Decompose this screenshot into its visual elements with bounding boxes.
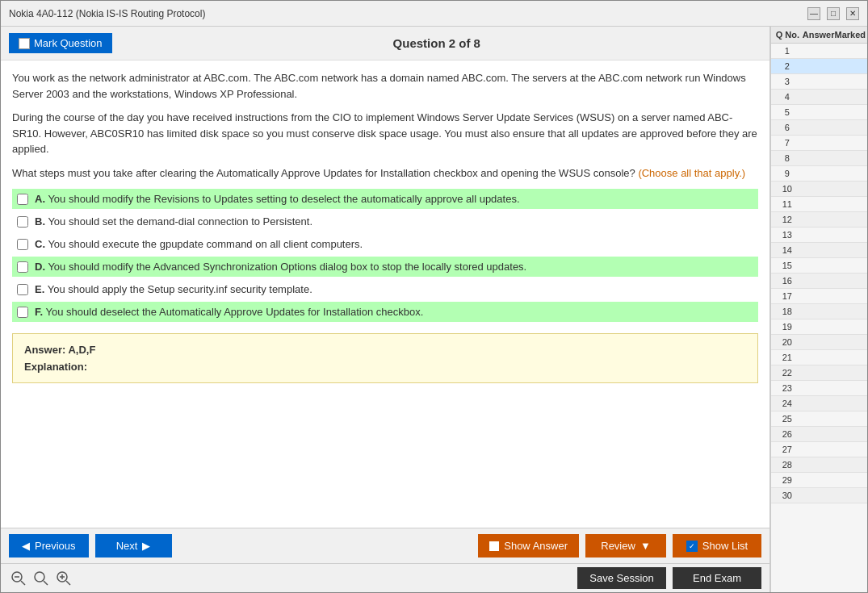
minimize-button[interactable]: —	[807, 7, 820, 20]
sidebar-row[interactable]: 15	[771, 258, 867, 274]
maximize-button[interactable]: □	[827, 7, 840, 20]
option-checkbox-f[interactable]	[17, 307, 28, 318]
sidebar-cell-marked	[835, 381, 867, 395]
app-window: Nokia 4A0-112 (Nokia IS-IS Routing Proto…	[0, 0, 868, 593]
question-instruction: (Choose all that apply.)	[638, 167, 745, 179]
sidebar-row[interactable]: 26	[771, 427, 867, 442]
option-checkbox-c[interactable]	[17, 239, 28, 250]
title-bar-controls: — □ ✕	[807, 7, 859, 20]
option-checkbox-e[interactable]	[17, 284, 28, 295]
options-list: A. You should modify the Revisions to Up…	[12, 189, 758, 322]
sidebar-row[interactable]: 20	[771, 335, 867, 350]
sidebar-row[interactable]: 17	[771, 289, 867, 304]
option-item-b[interactable]: B. You should set the demand-dial connec…	[12, 211, 758, 232]
sidebar-cell-marked	[835, 289, 867, 303]
svg-point-3	[35, 572, 44, 582]
sidebar-cell-marked	[835, 335, 867, 349]
svg-line-4	[44, 581, 48, 585]
sidebar-row[interactable]: 4	[771, 90, 867, 105]
sidebar-row[interactable]: 6	[771, 120, 867, 136]
left-panel: Mark Question Question 2 of 8 You work a…	[1, 27, 770, 592]
toolbar: Mark Question Question 2 of 8	[1, 27, 769, 61]
option-item-e[interactable]: E. You should apply the Setup security.i…	[12, 279, 758, 299]
sidebar-cell-qno: 11	[771, 197, 803, 211]
sidebar-row[interactable]: 18	[771, 304, 867, 319]
show-answer-button[interactable]: Show Answer	[478, 534, 579, 558]
sidebar-row[interactable]: 14	[771, 243, 867, 258]
sidebar-header-marked: Marked	[834, 30, 866, 40]
sidebar-row[interactable]: 16	[771, 274, 867, 289]
sidebar-cell-marked	[835, 74, 867, 89]
sidebar-cell-qno: 20	[771, 335, 803, 349]
sidebar-row[interactable]: 27	[771, 442, 867, 457]
review-button[interactable]: Review ▼	[585, 534, 666, 558]
sidebar-row[interactable]: 3	[771, 74, 867, 90]
save-session-button[interactable]: Save Session	[577, 567, 666, 589]
sidebar-row[interactable]: 1	[771, 44, 867, 59]
sidebar-cell-qno: 4	[771, 90, 803, 104]
sidebar-row[interactable]: 19	[771, 319, 867, 335]
sidebar-cell-marked	[835, 197, 867, 211]
option-item-a[interactable]: A. You should modify the Revisions to Up…	[12, 189, 758, 209]
option-label-a: A. You should modify the Revisions to Up…	[35, 193, 520, 205]
sidebar-cell-qno: 24	[771, 396, 803, 411]
explanation-label: Explanation:	[24, 361, 746, 373]
zoom-reset-button[interactable]	[31, 569, 51, 588]
option-item-f[interactable]: F. You should deselect the Automatically…	[12, 302, 758, 322]
sidebar-cell-qno: 21	[771, 350, 803, 365]
sidebar-cell-answer	[803, 44, 836, 58]
status-bar: Save Session End Exam	[1, 563, 769, 592]
show-answer-icon	[489, 541, 499, 551]
sidebar-cell-answer	[803, 381, 836, 395]
mark-question-button[interactable]: Mark Question	[9, 33, 112, 53]
sidebar-cell-qno: 28	[771, 457, 803, 472]
sidebar-row[interactable]: 23	[771, 381, 867, 396]
main-content: Mark Question Question 2 of 8 You work a…	[1, 27, 867, 592]
sidebar-cell-marked	[835, 488, 867, 503]
sidebar-row[interactable]: 5	[771, 105, 867, 120]
sidebar-row[interactable]: 24	[771, 396, 867, 411]
sidebar-cell-qno: 3	[771, 74, 803, 89]
next-button[interactable]: Next ▶	[95, 534, 172, 558]
sidebar-cell-marked	[835, 44, 867, 58]
show-list-check-icon: ✓	[686, 541, 698, 552]
sidebar-cell-answer	[803, 365, 836, 380]
end-exam-button[interactable]: End Exam	[673, 567, 761, 589]
zoom-out-button[interactable]	[9, 569, 28, 588]
option-item-c[interactable]: C. You should execute the gpupdate comma…	[12, 234, 758, 254]
sidebar-row[interactable]: 30	[771, 488, 867, 503]
sidebar-row[interactable]: 29	[771, 473, 867, 488]
sidebar-row[interactable]: 22	[771, 365, 867, 381]
close-button[interactable]: ✕	[846, 7, 859, 20]
sidebar-cell-answer	[803, 442, 836, 457]
sidebar-row[interactable]: 11	[771, 197, 867, 212]
option-checkbox-d[interactable]	[17, 261, 28, 273]
sidebar-row[interactable]: 10	[771, 182, 867, 197]
sidebar-row[interactable]: 12	[771, 212, 867, 228]
sidebar-row[interactable]: 13	[771, 228, 867, 243]
sidebar-row[interactable]: 8	[771, 151, 867, 166]
zoom-in-icon	[56, 570, 72, 587]
sidebar-header-qno: Q No.	[773, 30, 803, 40]
sidebar-row[interactable]: 21	[771, 350, 867, 365]
show-list-button[interactable]: ✓ Show List	[673, 534, 761, 558]
option-checkbox-b[interactable]	[17, 216, 28, 228]
sidebar-cell-qno: 17	[771, 289, 803, 303]
sidebar-cell-qno: 29	[771, 473, 803, 487]
sidebar-row[interactable]: 2	[771, 59, 867, 74]
sidebar-cell-answer	[803, 59, 836, 73]
sidebar-row[interactable]: 9	[771, 166, 867, 182]
sidebar-row[interactable]: 25	[771, 411, 867, 427]
sidebar-row[interactable]: 28	[771, 457, 867, 473]
option-label-e: E. You should apply the Setup security.i…	[35, 283, 312, 295]
zoom-in-button[interactable]	[54, 569, 73, 588]
option-checkbox-a[interactable]	[17, 194, 28, 205]
sidebar-row[interactable]: 7	[771, 136, 867, 151]
sidebar-cell-marked	[835, 457, 867, 472]
question-area: You work as the network administrator at…	[1, 61, 769, 528]
sidebar-cell-answer	[803, 335, 836, 349]
sidebar-cell-marked	[835, 396, 867, 411]
option-item-d[interactable]: D. You should modify the Advanced Synchr…	[12, 257, 758, 277]
previous-button[interactable]: ◀ Previous	[9, 534, 89, 558]
answer-box: Answer: A,D,F Explanation:	[12, 333, 758, 383]
